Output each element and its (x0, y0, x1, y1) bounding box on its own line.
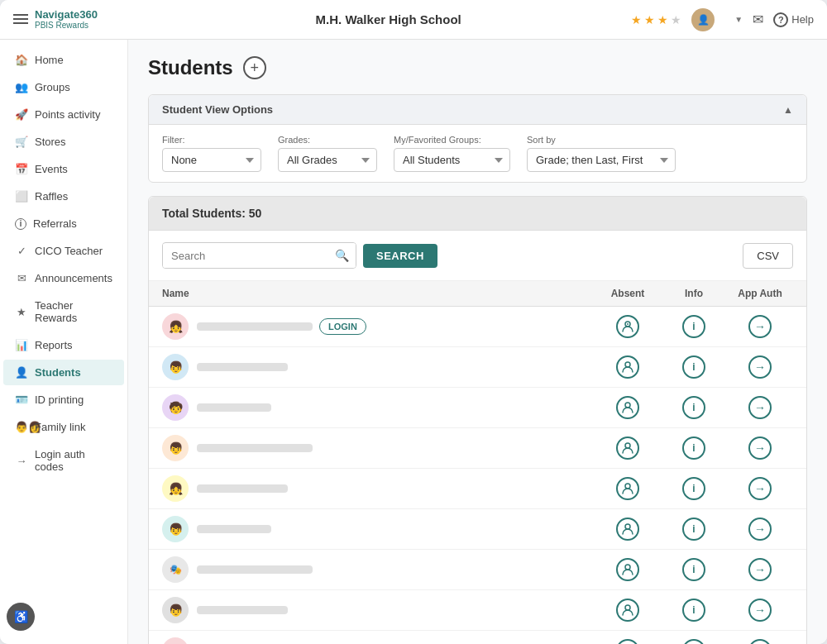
student-name-cell: 👦 (162, 435, 595, 461)
appauth-cell: → (727, 518, 793, 541)
appauth-button[interactable]: → (748, 355, 772, 379)
student-name-cell: 👧 (162, 637, 595, 644)
appauth-button[interactable]: → (748, 558, 772, 581)
groups-label: My/Favorited Groups: (394, 135, 510, 145)
avatar: 👦 (162, 516, 189, 542)
appauth-button[interactable]: → (748, 477, 772, 500)
help-button[interactable]: ? Help (773, 12, 814, 27)
logo: Navigate360 PBIS Rewards (35, 9, 98, 30)
appauth-cell: → (727, 558, 793, 581)
search-button[interactable]: SEARCH (363, 244, 437, 268)
app-sub: PBIS Rewards (35, 21, 98, 30)
page-title: Students (148, 56, 233, 79)
raffles-icon: ⬜ (15, 190, 28, 203)
sidebar-item-announcements[interactable]: ✉ Announcements (3, 265, 124, 291)
student-name-cell: 👦 (162, 597, 595, 623)
avatar: 👦 (162, 435, 189, 461)
info-button[interactable]: i (682, 639, 705, 644)
sidebar-item-home[interactable]: 🏠 Home (3, 47, 124, 73)
page-header: Students + (148, 56, 807, 79)
sidebar-label-announcements: Announcements (35, 272, 112, 284)
svg-point-5 (625, 484, 630, 489)
appauth-button[interactable]: → (748, 396, 772, 419)
grades-select[interactable]: All Grades 9th Grade 10th Grade 11th Gra… (278, 148, 377, 172)
absent-cell (595, 639, 661, 644)
table-row: 🎭 i → (149, 550, 806, 590)
absent-button[interactable] (616, 436, 639, 460)
sidebar-item-cico[interactable]: ✓ CICO Teacher (3, 238, 124, 264)
appauth-button[interactable]: → (748, 436, 772, 460)
sidebar-item-referrals[interactable]: i Referrals (3, 211, 124, 236)
svg-point-3 (625, 403, 630, 408)
student-name-cell: 👧 LOGIN (162, 313, 595, 340)
sidebar-label-login-auth: Login auth codes (35, 448, 112, 473)
absent-button[interactable] (616, 518, 639, 541)
app-name: Navigate360 (35, 9, 98, 21)
login-badge[interactable]: LOGIN (319, 318, 366, 335)
main-layout: 🏠 Home 👥 Groups 🚀 Points activity 🛒 Stor… (0, 40, 827, 644)
csv-button[interactable]: CSV (743, 243, 793, 269)
mail-icon[interactable]: ✉ (753, 12, 763, 27)
hamburger-menu[interactable] (13, 14, 28, 24)
info-button[interactable]: i (682, 436, 705, 460)
sidebar-label-points: Points activity (35, 108, 100, 121)
table-row: 👧 LOGIN i → (149, 307, 806, 347)
student-name-cell: 🧒 (162, 394, 595, 421)
top-bar: Navigate360 PBIS Rewards M.H. Walker Hig… (0, 0, 827, 40)
avatar: 🧒 (162, 394, 189, 421)
absent-button[interactable] (616, 355, 639, 379)
appauth-button[interactable]: → (748, 639, 772, 644)
info-button[interactable]: i (682, 396, 705, 419)
absent-button[interactable] (616, 396, 639, 419)
filter-select[interactable]: None Active Inactive (162, 148, 261, 172)
sidebar-item-events[interactable]: 📅 Events (3, 156, 124, 182)
absent-button[interactable] (616, 558, 639, 581)
sidebar-item-points-activity[interactable]: 🚀 Points activity (3, 102, 124, 127)
info-button[interactable]: i (682, 518, 705, 541)
groups-select[interactable]: All Students Favorited Groups (394, 148, 510, 172)
col-header-absent: Absent (595, 288, 661, 299)
sidebar-label-teacher-rewards: Teacher Rewards (35, 299, 112, 324)
sidebar-item-reports[interactable]: 📊 Reports (3, 332, 124, 358)
search-input[interactable] (163, 244, 328, 268)
filter-label: Filter: (162, 135, 261, 145)
info-button[interactable]: i (682, 477, 705, 500)
total-students-label: Total Students: 50 (162, 207, 261, 220)
grades-label: Grades: (278, 135, 377, 145)
avatar: 👧 (162, 637, 189, 644)
absent-button[interactable] (616, 477, 639, 500)
accessibility-button[interactable]: ♿ (7, 603, 35, 631)
sidebar-item-login-auth[interactable]: → Login auth codes (3, 441, 124, 479)
view-options-title: Student View Options (162, 103, 273, 116)
info-button[interactable]: i (682, 315, 705, 338)
collapse-button[interactable]: ▲ (783, 104, 793, 116)
absent-button[interactable] (616, 639, 639, 644)
user-dropdown[interactable]: ▼ (734, 15, 743, 24)
absent-button[interactable] (616, 315, 639, 338)
sidebar-label-raffles: Raffles (35, 190, 68, 203)
sidebar-item-raffles[interactable]: ⬜ Raffles (3, 184, 124, 209)
info-button[interactable]: i (682, 558, 705, 581)
sidebar-item-stores[interactable]: 🛒 Stores (3, 129, 124, 155)
info-button[interactable]: i (682, 355, 705, 379)
appauth-button[interactable]: → (748, 518, 772, 541)
sidebar-label-stores: Stores (35, 136, 66, 148)
absent-button[interactable] (616, 599, 639, 622)
svg-point-4 (625, 443, 630, 448)
sidebar-label-referrals: Referrals (33, 217, 77, 230)
sortby-select[interactable]: Grade; then Last, First Last, First Firs… (527, 148, 676, 172)
sidebar-item-teacher-rewards[interactable]: ★ Teacher Rewards (3, 293, 124, 331)
info-button[interactable]: i (682, 599, 705, 622)
sidebar-item-students[interactable]: 👤 Students (3, 360, 124, 385)
appauth-button[interactable]: → (748, 315, 772, 338)
table-row: 🧒 i → (149, 388, 806, 428)
absent-cell (595, 396, 661, 419)
appauth-button[interactable]: → (748, 599, 772, 622)
sidebar-item-family-link[interactable]: 👨‍👩 Family link (3, 414, 124, 440)
sidebar-item-groups[interactable]: 👥 Groups (3, 74, 124, 100)
table-row: 👧 i → (149, 631, 806, 644)
absent-cell (595, 355, 661, 379)
user-avatar[interactable]: 👤 (691, 8, 715, 31)
add-student-button[interactable]: + (243, 56, 266, 79)
sidebar-item-id-printing[interactable]: 🪪 ID printing (3, 387, 124, 413)
